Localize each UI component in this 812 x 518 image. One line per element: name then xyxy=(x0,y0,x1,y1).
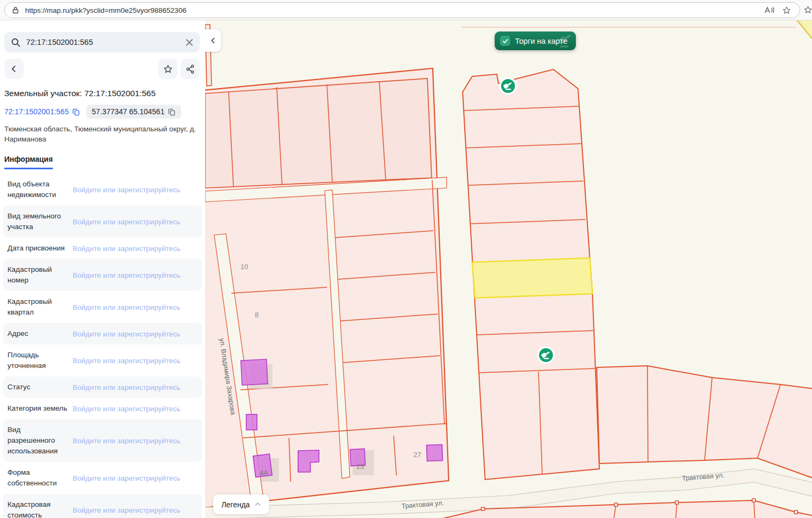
login-register-link[interactable]: Войдите или зарегистрируйтесь xyxy=(73,405,181,413)
login-register-link[interactable]: Войдите или зарегистрируйтесь xyxy=(73,383,181,391)
far-right-parcel-block[interactable] xyxy=(597,366,812,478)
legend-button-label: Легенда xyxy=(221,500,249,509)
info-row-label: Вид земельного участка xyxy=(7,211,67,232)
login-register-link[interactable]: Войдите или зарегистрируйтесь xyxy=(73,303,181,311)
info-row-label: Форма собственности xyxy=(7,467,67,489)
favorite-button[interactable] xyxy=(158,59,177,79)
copy-icon[interactable] xyxy=(72,108,80,116)
chevron-up-icon xyxy=(254,501,261,508)
url-text[interactable]: https://map.ru/pkk?ysclid=mm0e25vyor9886… xyxy=(25,6,764,14)
login-register-link[interactable]: Войдите или зарегистрируйтесь xyxy=(73,330,181,338)
parcel-label-27: 27 xyxy=(413,451,421,459)
auction-marker[interactable] xyxy=(499,77,517,95)
yellow-zone-corner xyxy=(797,20,812,38)
login-register-link[interactable]: Войдите или зарегистрируйтесь xyxy=(73,245,181,253)
cadastral-number-chip[interactable]: 72:17:1502001:565 xyxy=(4,107,80,116)
table-row: Вид земельного участка Войдите или зарег… xyxy=(3,206,202,238)
checkbox-checked-icon[interactable] xyxy=(500,36,510,46)
search-input[interactable] xyxy=(26,38,185,46)
table-row: Площадь уточненная Войдите или зарегистр… xyxy=(3,344,202,376)
legend-button[interactable]: Легенда xyxy=(213,495,269,514)
back-button[interactable] xyxy=(4,59,24,79)
cadastral-map[interactable]: 10 8 4А 25 27 ул. Владимира Захарова Тра… xyxy=(205,20,812,518)
login-register-link[interactable]: Войдите или зарегистрируйтесь xyxy=(73,186,181,194)
coordinates-chip[interactable]: 57.377347 65.104561 xyxy=(87,105,181,119)
table-row: Форма собственности Войдите или зарегист… xyxy=(3,462,202,494)
info-row-label: Адрес xyxy=(7,328,67,339)
login-register-link[interactable]: Войдите или зарегистрируйтесь xyxy=(73,474,181,482)
info-row-label: Дата присвоения xyxy=(7,243,67,254)
selected-parcel[interactable] xyxy=(472,258,592,298)
parcel-label-4a: 4А xyxy=(260,469,268,477)
info-row-label: Вид объекта недвижимости xyxy=(7,179,67,200)
login-register-link[interactable]: Войдите или зарегистрируйтесь xyxy=(73,506,181,514)
info-row-label: Кадастровый квартал xyxy=(7,296,67,318)
page-title: Земельный участок: 72:17:1502001:565 xyxy=(4,89,201,98)
collections-star-icon[interactable] xyxy=(803,5,812,14)
favorite-star-icon[interactable] xyxy=(782,6,791,15)
info-row-label: Статус xyxy=(7,382,67,393)
table-row: Вид разрешенного использования Войдите и… xyxy=(3,419,202,462)
clear-search-icon[interactable] xyxy=(185,38,193,46)
login-register-link[interactable]: Войдите или зарегистрируйтесь xyxy=(73,437,181,445)
right-parcel-strip[interactable] xyxy=(463,69,599,480)
copy-icon[interactable] xyxy=(168,108,176,116)
parcel-label-10: 10 xyxy=(240,263,248,271)
table-row: Кадастровая стоимость Войдите или зареги… xyxy=(3,494,202,518)
torgi-on-map-button[interactable]: Торги на карте xyxy=(495,32,576,50)
auction-marker[interactable] xyxy=(537,347,555,364)
parcel-label-8: 8 xyxy=(255,311,259,319)
coordinates-text: 57.377347 65.104561 xyxy=(92,107,165,116)
address-bar[interactable]: https://map.ru/pkk?ysclid=mm0e25vyor9886… xyxy=(4,2,800,18)
table-row: Дата присвоения Войдите или зарегистриру… xyxy=(3,238,202,259)
table-row: Вид объекта недвижимости Войдите или зар… xyxy=(3,174,202,206)
object-address: Тюменская область, Тюменский муниципальн… xyxy=(4,124,201,144)
info-row-label: Кадастровая стоимость xyxy=(7,499,67,518)
info-list: Вид объекта недвижимости Войдите или зар… xyxy=(0,174,205,518)
search-icon xyxy=(11,37,21,48)
info-row-label: Площадь уточненная xyxy=(7,350,67,371)
torgi-button-label: Торги на карте xyxy=(515,37,567,45)
browser-toolbar: https://map.ru/pkk?ysclid=mm0e25vyor9886… xyxy=(0,0,812,20)
chevron-left-icon xyxy=(209,37,217,44)
star-icon xyxy=(163,64,173,74)
share-icon xyxy=(185,64,196,74)
login-register-link[interactable]: Войдите или зарегистрируйтесь xyxy=(73,357,181,365)
parcel-info-panel: Земельный участок: 72:17:1502001:565 72:… xyxy=(0,20,205,518)
info-row-label: Вид разрешенного использования xyxy=(7,425,67,457)
login-register-link[interactable]: Войдите или зарегистрируйтесь xyxy=(73,271,181,279)
info-row-label: Кадастровый номер xyxy=(7,264,67,286)
collapse-panel-button[interactable] xyxy=(205,29,221,52)
table-row: Кадастровый номер Войдите или зарегистри… xyxy=(3,259,202,291)
cadastral-number-text: 72:17:1502001:565 xyxy=(4,107,69,116)
parcel-label-25: 25 xyxy=(356,462,364,470)
tab-information[interactable]: Информация xyxy=(4,155,53,169)
table-row: Категория земель Войдите или зарегистрир… xyxy=(3,398,202,419)
object-chips: 72:17:1502001:565 57.377347 65.104561 xyxy=(4,105,201,119)
object-actions xyxy=(4,59,200,79)
table-row: Кадастровый квартал Войдите или зарегист… xyxy=(3,291,202,323)
map-canvas[interactable]: 10 8 4А 25 27 ул. Владимира Захарова Тра… xyxy=(205,20,812,518)
table-row: Адрес Войдите или зарегистрируйтесь xyxy=(3,323,202,344)
search-bar[interactable] xyxy=(4,32,200,52)
table-row: Статус Войдите или зарегистрируйтесь xyxy=(3,376,202,398)
info-row-label: Категория земель xyxy=(7,403,67,414)
read-aloud-icon[interactable] xyxy=(764,6,775,14)
lock-icon xyxy=(11,6,20,14)
chevron-left-icon xyxy=(10,65,18,73)
login-register-link[interactable]: Войдите или зарегистрируйтесь xyxy=(73,218,181,226)
share-button[interactable] xyxy=(181,59,200,79)
